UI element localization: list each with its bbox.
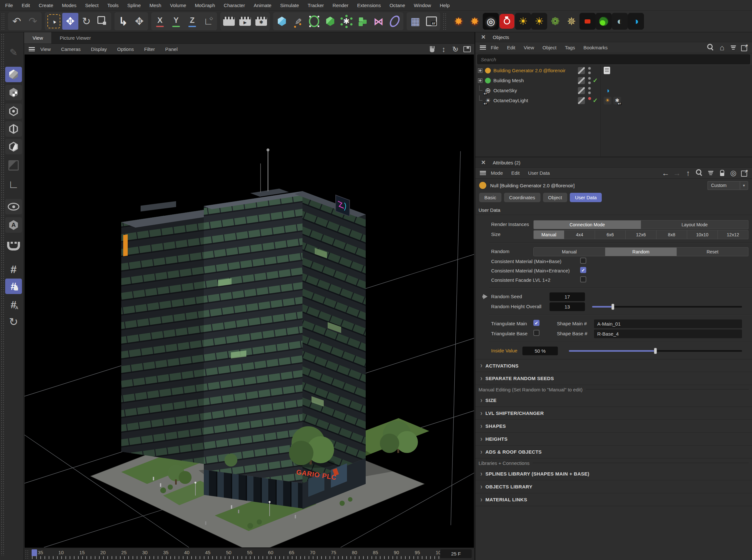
edit-pencil-icon[interactable] (5, 44, 22, 60)
undo-icon[interactable] (9, 13, 25, 29)
grid-icon[interactable] (5, 261, 22, 277)
tab-picture-viewer[interactable]: Picture Viewer (51, 32, 99, 43)
search-icon[interactable] (707, 44, 715, 52)
timeline-ruler[interactable]: 35 1015202530354045505560657075808590951… (24, 548, 474, 560)
collapsed-section[interactable]: SIZE (475, 394, 752, 407)
sky-tag-icon[interactable] (603, 87, 611, 95)
texture-mode-icon[interactable] (5, 85, 22, 100)
option-manual[interactable]: Manual (533, 247, 605, 256)
menu-item[interactable]: Volume (170, 3, 186, 8)
collapsed-section[interactable]: LVL SHIFTER/CHANGER (475, 407, 752, 420)
collapsed-section[interactable]: SPLINES LIBRARY (SHAPES MAIN + BASE) (475, 467, 752, 480)
expand-arrow-icon[interactable] (482, 294, 488, 299)
half-sphere-teal-icon[interactable] (612, 13, 628, 29)
consistent-facade-checkbox[interactable] (580, 276, 586, 282)
model-mode-icon[interactable] (5, 67, 22, 82)
palette-grip[interactable] (1, 34, 4, 556)
option-connection-mode[interactable]: Connection Mode (533, 220, 641, 229)
random-height-input[interactable]: 13 (550, 302, 585, 311)
menu-item[interactable]: Extensions (357, 3, 381, 8)
menu-item[interactable]: Tools (107, 3, 119, 8)
move-icon[interactable] (62, 13, 78, 29)
hamburger-icon[interactable] (478, 44, 487, 52)
volume-builder-icon[interactable] (354, 13, 371, 29)
collapsed-section[interactable]: SHAPES (475, 420, 752, 433)
dolly-icon[interactable] (439, 45, 448, 53)
objects-menu-item[interactable]: Edit (507, 45, 515, 50)
viewport-canvas[interactable]: GARIO PLC (24, 55, 474, 548)
redo-icon[interactable] (25, 13, 41, 29)
scatter-icon[interactable] (547, 13, 563, 29)
menu-item[interactable]: File (5, 3, 13, 8)
menu-item[interactable]: Simulate (280, 3, 299, 8)
menu-item[interactable]: Help (440, 3, 450, 8)
enabled-check-icon[interactable]: ✓ (593, 97, 598, 104)
viewport-menu-item[interactable]: Cameras (61, 46, 81, 52)
option-10x10[interactable]: 10x10 (687, 230, 718, 239)
lock-icon[interactable] (718, 169, 726, 177)
menu-item[interactable]: Create (39, 3, 53, 8)
filter-icon[interactable] (707, 169, 715, 177)
home-icon[interactable] (718, 44, 726, 52)
slider-handle[interactable] (654, 348, 657, 354)
tab-basic[interactable]: Basic (479, 193, 501, 202)
menu-item[interactable]: Render (333, 3, 348, 8)
objects-menu-item[interactable]: File (491, 45, 498, 50)
object-name[interactable]: Building Generator 2.0 @florenoir (493, 68, 566, 73)
collapsed-section[interactable]: ADS & ROOF OBJECTS (475, 445, 752, 458)
slider-handle[interactable] (611, 304, 614, 310)
tab-coordinates[interactable]: Coordinates (504, 193, 540, 202)
menu-item[interactable]: Select (85, 3, 99, 8)
inside-value-slider[interactable] (569, 350, 742, 352)
menu-item[interactable]: Mesh (150, 3, 162, 8)
close-icon[interactable] (479, 33, 488, 41)
object-row-building-mesh[interactable]: Building Mesh ✓ (475, 76, 752, 85)
visibility-dots-icon[interactable] (588, 77, 591, 84)
ruler-grip[interactable] (25, 550, 29, 559)
workplane-icon[interactable] (5, 176, 22, 192)
toolbar-grip[interactable] (443, 13, 447, 29)
snap-icon[interactable] (5, 239, 22, 255)
search-icon[interactable] (695, 169, 704, 177)
forward-icon[interactable] (673, 169, 681, 177)
global-move-icon[interactable] (131, 13, 147, 29)
menu-item[interactable]: Animate (254, 3, 272, 8)
objects-menu-item[interactable]: Bookmarks (583, 45, 608, 50)
consistent-material-entrance-checkbox[interactable] (580, 267, 586, 273)
up-icon[interactable] (684, 169, 692, 177)
script-tag-icon[interactable] (603, 67, 610, 74)
object-row-building-generator[interactable]: Building Generator 2.0 @florenoir (475, 65, 752, 76)
viewport-menu-item[interactable]: Panel (165, 46, 177, 52)
pop-out-icon[interactable] (740, 169, 749, 177)
edit-toggle-icon[interactable] (578, 67, 585, 74)
object-row-octanesky[interactable]: ST OctaneSky (475, 85, 752, 96)
half-sphere-blue-icon[interactable] (628, 13, 644, 29)
render-settings-icon[interactable] (253, 13, 269, 29)
triangulate-base-checkbox[interactable] (533, 330, 539, 336)
viewport-menu-item[interactable]: View (40, 46, 51, 52)
null-object-icon[interactable] (485, 68, 491, 74)
random-seed-input[interactable]: 17 (550, 293, 585, 301)
expand-icon[interactable] (478, 78, 482, 83)
shape-main-input[interactable]: A-Main_01 (594, 320, 742, 328)
cube-primitive-icon[interactable] (274, 13, 290, 29)
daylight-tag-icon[interactable] (603, 97, 611, 104)
option-12x12[interactable]: 12x12 (718, 230, 749, 239)
menu-item[interactable]: Character (224, 3, 245, 8)
grid-array-icon[interactable] (407, 13, 423, 29)
collapsed-section[interactable]: HEIGHTS (475, 433, 752, 445)
axis-cube-icon[interactable] (200, 13, 216, 29)
shape-base-input[interactable]: R-Base_4 (594, 329, 742, 338)
pop-out-icon[interactable] (740, 44, 749, 52)
hamburger-icon[interactable] (27, 45, 36, 53)
collapsed-section[interactable]: ACTIVATIONS (475, 359, 752, 372)
consistent-material-base-checkbox[interactable] (580, 258, 586, 264)
scale-icon[interactable] (95, 13, 111, 29)
light-object-icon[interactable]: ST (484, 97, 492, 104)
st-monitor-icon[interactable] (423, 13, 439, 29)
disabled-dot-icon[interactable] (588, 97, 591, 100)
menu-item[interactable]: Modes (62, 3, 76, 8)
tab-view[interactable]: View (24, 32, 51, 43)
uv-mode-icon[interactable] (5, 158, 22, 173)
frame-field[interactable]: 25 F (440, 549, 472, 558)
